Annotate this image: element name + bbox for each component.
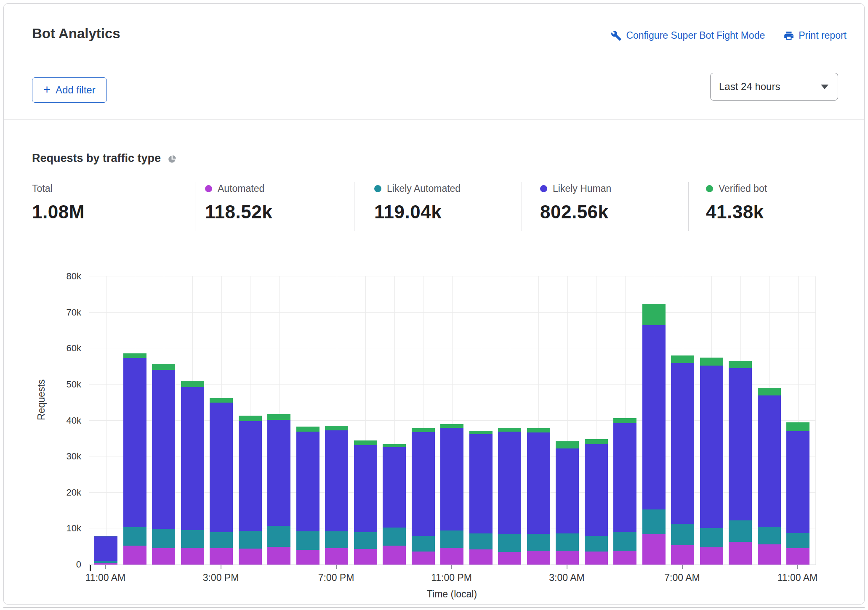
bar-segment-likely-automated [613,532,636,551]
bar-segment-likely-automated [94,561,117,562]
y-axis-tick-label: 80k [48,271,81,282]
x-gridline [798,276,799,565]
stat-divider [195,182,195,231]
bar-segment-verified-bot [700,358,723,366]
page-title: Bot Analytics [32,26,120,42]
bar-segment-automated [700,547,723,565]
stacked-bar-12-00-pm [123,353,146,565]
legend-dot [540,185,547,192]
legend-dot [374,185,381,192]
stat-divider [688,182,689,231]
bar-segment-likely-automated [585,536,608,552]
section-title: Requests by traffic type [32,152,161,165]
stacked-bar-6-00-am [642,304,666,565]
stacked-bar-10-00-am [758,388,781,565]
x-axis-tick-label: 11:00 PM [416,572,487,583]
bar-segment-likely-human [383,447,406,528]
stat-label-row: Likely Human [540,182,611,195]
bar-segment-likely-human [354,445,377,532]
bar-segment-likely-automated [556,533,579,551]
printer-icon [783,30,794,41]
x-axis-tick-label: 7:00 AM [647,572,718,583]
bar-segment-likely-human [498,432,521,534]
x-gridline [164,276,164,565]
stacked-bar-1-00-pm [152,364,175,565]
bar-segment-likely-human [296,432,320,531]
stacked-bar-4-00-am [585,439,608,565]
stacked-bar-10-00-pm [412,428,435,565]
bar-segment-likely-human [440,428,463,530]
bar-segment-automated [758,544,781,565]
plus-icon: + [43,84,51,96]
header-links: Configure Super Bot Fight Mode Print rep… [611,30,847,41]
time-range-select[interactable]: Last 24 hours [710,73,838,101]
bar-segment-likely-human [267,420,290,526]
stacked-bar-3-00-am [556,441,579,565]
bar-segment-verified-bot [671,355,694,363]
y-axis-tick-label: 10k [48,523,81,534]
legend-dot [706,185,713,192]
x-gridline [654,276,654,565]
stacked-bar-8-00-pm [354,440,377,565]
x-gridline [769,276,769,565]
y-gridline [89,276,815,276]
bar-segment-automated [325,548,348,565]
add-filter-button[interactable]: + Add filter [32,77,107,103]
chevron-down-icon [821,85,828,89]
legend-dot [205,185,212,192]
y-gridline [89,384,815,385]
stat-label: Total [32,183,53,194]
bar-segment-automated [613,551,636,565]
bar-segment-likely-human [123,358,146,527]
bar-segment-likely-automated [642,509,666,534]
bar-segment-likely-automated [440,530,463,548]
bar-segment-verified-bot [613,418,636,423]
stat-label-row: Likely Automated [374,182,461,195]
bar-segment-verified-bot [239,416,262,421]
y-gridline [89,528,815,528]
bar-segment-automated [267,547,290,565]
bar-segment-verified-bot [210,398,233,403]
x-gridline [308,276,308,565]
x-gridline [510,276,510,565]
bar-segment-likely-automated [671,524,694,545]
bar-segment-automated [729,542,752,565]
bar-segment-verified-bot [325,426,348,431]
bar-segment-automated [498,552,521,565]
bar-segment-likely-human [181,387,204,530]
x-axis-tick [682,565,683,569]
configure-super-bot-fight-mode-link[interactable]: Configure Super Bot Fight Mode [611,30,765,41]
stat-label-row: Verified bot [706,182,767,195]
bar-segment-likely-automated [267,526,290,547]
bar-segment-verified-bot [94,536,117,537]
configure-link-label: Configure Super Bot Fight Mode [626,30,765,41]
x-gridline [625,276,626,565]
bar-segment-likely-human [527,432,550,534]
bar-segment-verified-bot [267,414,290,420]
x-gridline [538,276,539,565]
x-gridline [365,276,366,565]
print-report-link[interactable]: Print report [783,30,847,41]
bar-segment-likely-human [152,370,175,529]
x-gridline [279,276,280,565]
bar-segment-automated [181,548,204,565]
bar-segment-verified-bot [498,428,521,432]
bar-segment-likely-automated [758,527,781,544]
bar-segment-likely-automated [296,531,320,550]
stacked-bar-11-00-am [94,536,117,565]
y-gridline [89,456,815,456]
bar-segment-likely-automated [210,532,233,549]
bar-segment-automated [469,549,493,565]
bar-segment-likely-human [210,403,233,532]
bar-segment-likely-automated [412,536,435,552]
x-axis-title: Time (local) [89,589,815,600]
bar-segment-likely-automated [354,532,377,549]
x-axis-tick [451,565,452,569]
stacked-bar-6-00-pm [296,427,320,565]
bar-segment-automated [642,534,666,565]
x-gridline [423,276,423,565]
stacked-bar-1-00-am [498,428,521,565]
bar-segment-likely-automated [527,534,550,550]
y-axis-tick-label: 0 [48,559,81,570]
bar-segment-verified-bot [440,424,463,428]
